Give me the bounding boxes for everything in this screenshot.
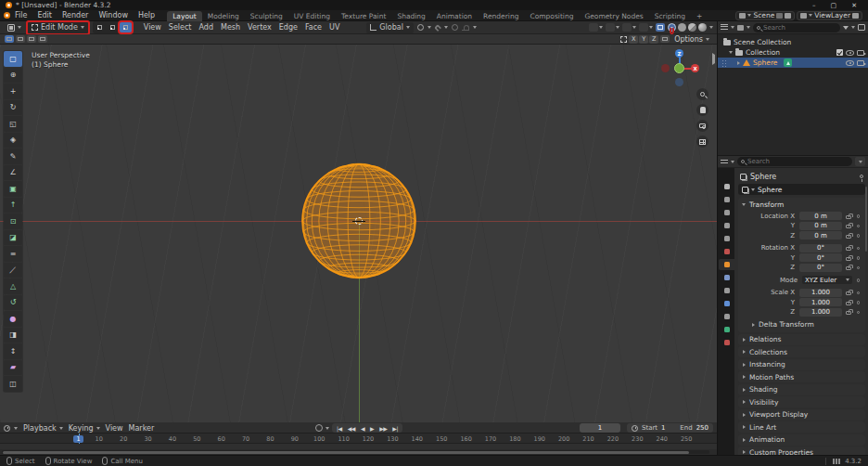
viewport-menu-mesh[interactable]: Mesh <box>217 23 244 32</box>
properties-tab-render[interactable] <box>719 194 734 205</box>
workspace-tab-layout[interactable]: Layout <box>167 11 202 21</box>
menu-help[interactable]: Help <box>134 11 160 19</box>
outliner-search[interactable] <box>753 23 840 32</box>
animate-dot-icon[interactable] <box>857 278 861 282</box>
timeline-menu-playback[interactable]: Playback <box>21 424 65 433</box>
tool-poly-build[interactable]: △ <box>4 278 22 294</box>
properties-tab-world[interactable] <box>719 246 734 257</box>
show-overlays[interactable] <box>606 23 619 32</box>
drag-handle[interactable] <box>721 59 727 67</box>
toggle-ortho-button[interactable] <box>696 136 708 148</box>
panel-shading[interactable]: Shading <box>738 384 865 395</box>
viewport-menu-add[interactable]: Add <box>196 23 218 32</box>
lock-icon[interactable] <box>846 302 851 305</box>
tool-cursor[interactable]: ⊕ <box>4 68 22 84</box>
jump-to-prev-keyframe[interactable]: ◀◀ <box>345 425 358 432</box>
view-layer-selector[interactable]: ViewLayer <box>797 11 862 20</box>
viewport-menu-view[interactable]: View <box>140 23 165 32</box>
tool-spin[interactable]: ↺ <box>4 295 22 311</box>
shading-mode-wireframe[interactable] <box>668 23 676 32</box>
mode-dropdown[interactable]: Edit Mode <box>28 22 88 33</box>
edge-select-mode[interactable] <box>107 22 119 32</box>
proportional-editing-icon[interactable] <box>452 24 458 31</box>
viewport-menu-uv[interactable]: UV <box>326 23 343 32</box>
start-frame-field[interactable]: 1 <box>661 424 665 432</box>
expand-icon[interactable] <box>737 61 740 65</box>
value-field[interactable]: 0° <box>799 264 842 272</box>
new-scene-icon[interactable] <box>785 13 791 19</box>
value-field[interactable]: 0° <box>799 244 842 252</box>
panel-motion-paths[interactable]: Motion Paths <box>738 371 865 382</box>
lock-icon[interactable] <box>846 311 851 315</box>
workspace-tab-sculpting[interactable]: Sculpting <box>245 11 288 21</box>
workspace-tab-uv-editing[interactable]: UV Editing <box>288 11 336 21</box>
properties-search-input[interactable] <box>747 158 849 165</box>
snap-base-icon[interactable] <box>660 35 670 43</box>
timeline-editor-icon[interactable] <box>4 425 10 432</box>
workspace-tab-animation[interactable]: Animation <box>431 11 478 21</box>
tool-shrink-fatten[interactable]: ↕ <box>4 343 22 359</box>
workspace-tab-rendering[interactable]: Rendering <box>478 11 524 21</box>
value-field[interactable]: 0 m <box>799 222 842 230</box>
play[interactable]: ▶ <box>367 425 377 432</box>
timeline-channels[interactable] <box>0 444 717 449</box>
tool-select-box[interactable]: ▢ <box>4 51 22 67</box>
panel-collections[interactable]: Collections <box>738 346 865 357</box>
panel-custom-properties[interactable]: Custom Properties <box>738 447 865 455</box>
gizmo-axis-neg-x[interactable] <box>661 64 670 72</box>
transform-orientation-dropdown[interactable]: Global <box>366 22 414 33</box>
breadcrumb-object[interactable]: Sphere <box>750 173 776 181</box>
animate-dot-icon[interactable] <box>857 266 861 270</box>
timeline-menu-view[interactable]: View <box>104 424 125 433</box>
properties-tab-physics[interactable] <box>719 298 734 309</box>
rotation-mode-dropdown[interactable]: XYZ Euler <box>802 276 852 284</box>
tool-loop-cut[interactable]: ≡ <box>4 246 22 262</box>
animate-dot-icon[interactable] <box>857 234 861 238</box>
display-mode-icon[interactable] <box>721 24 728 31</box>
hide-eye-icon[interactable] <box>846 50 854 56</box>
shading-mode-solid[interactable] <box>678 23 686 32</box>
properties-tab-object-data[interactable] <box>719 324 734 335</box>
panel-visibility[interactable]: Visibility <box>738 396 865 408</box>
value-field[interactable]: 1.000 <box>799 298 842 306</box>
properties-tab-constraints[interactable] <box>719 311 734 322</box>
select-op-set[interactable] <box>5 35 14 43</box>
lock-icon[interactable] <box>846 257 851 261</box>
select-op-extend[interactable] <box>16 35 25 43</box>
options-dropdown[interactable]: Options <box>671 35 712 44</box>
new-view-layer-icon[interactable] <box>852 13 859 19</box>
properties-tab-particles[interactable] <box>719 285 734 296</box>
gizmo-axis-x[interactable]: X <box>691 64 699 72</box>
properties-search[interactable] <box>737 157 852 166</box>
show-gizmos[interactable] <box>589 23 603 32</box>
viewport-3d[interactable]: User Perspective (1) Sphere ▢⊕+↻◱◈✎∠▣↑⊡◪… <box>0 45 717 422</box>
timeline-menu-marker[interactable]: Marker <box>127 424 157 433</box>
properties-tab-scene[interactable] <box>719 233 734 244</box>
gizmo-axis-z[interactable]: Z <box>675 49 683 58</box>
face-select-mode[interactable] <box>120 22 132 32</box>
lock-icon[interactable] <box>846 225 851 228</box>
viewport-menu-edge[interactable]: Edge <box>275 23 301 32</box>
timeline-menu-keying[interactable]: Keying <box>67 424 102 433</box>
pan-button[interactable] <box>696 104 708 116</box>
animate-dot-icon[interactable] <box>857 225 861 228</box>
properties-tab-tool[interactable] <box>719 181 734 192</box>
pin-scene-icon[interactable] <box>776 13 783 19</box>
end-frame-field[interactable]: 250 <box>696 424 708 432</box>
properties-tab-view-layer[interactable] <box>719 220 734 231</box>
workspace-tab-texture-paint[interactable]: Texture Paint <box>336 11 391 21</box>
mirror-z[interactable]: Z <box>649 35 658 44</box>
lock-icon[interactable] <box>846 235 851 239</box>
gizmo-axis-y[interactable] <box>674 63 684 73</box>
workspace-tab-compositing[interactable]: Compositing <box>524 11 579 21</box>
properties-tab-modifiers[interactable] <box>719 272 734 283</box>
tool-add-cube[interactable]: ▣ <box>4 181 22 197</box>
tool-edge-slide[interactable]: ◨ <box>4 328 22 343</box>
camera-view-button[interactable] <box>696 120 708 132</box>
properties-scrollbar[interactable] <box>865 187 868 252</box>
tool-inset-faces[interactable]: ⊡ <box>4 214 22 229</box>
animate-dot-icon[interactable] <box>857 247 861 251</box>
disable-render-icon[interactable] <box>857 60 864 66</box>
window-minimize[interactable]: – <box>812 2 816 9</box>
jump-to-end[interactable]: ▶| <box>389 425 401 432</box>
